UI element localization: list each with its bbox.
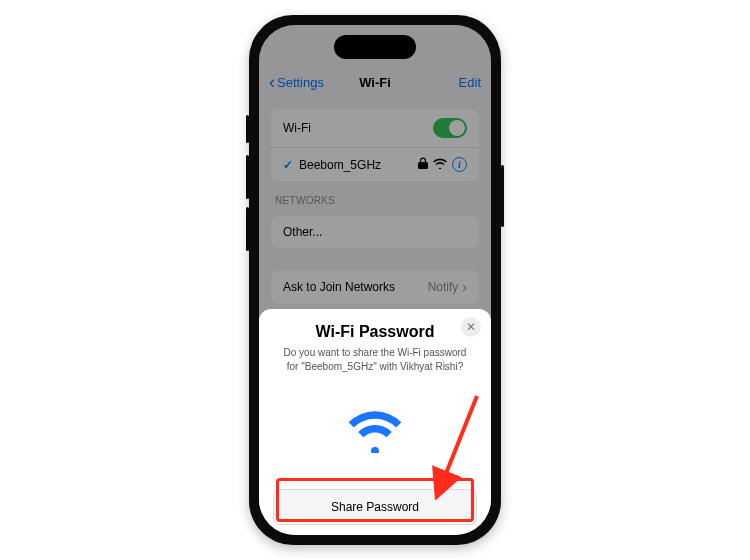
wifi-illustration <box>273 373 477 489</box>
share-password-sheet: ✕ Wi-Fi Password Do you want to share th… <box>259 309 491 535</box>
sheet-title: Wi-Fi Password <box>273 323 477 341</box>
side-button <box>246 115 249 143</box>
wifi-large-icon <box>347 409 403 453</box>
share-password-button[interactable]: Share Password <box>273 489 477 525</box>
power-button <box>501 165 504 227</box>
iphone-frame: ‹ Settings Wi-Fi Edit Wi-Fi ✓ Beebom_5GH… <box>249 15 501 545</box>
share-button-label: Share Password <box>331 500 419 514</box>
dynamic-island <box>334 35 416 59</box>
screen: ‹ Settings Wi-Fi Edit Wi-Fi ✓ Beebom_5GH… <box>259 25 491 535</box>
volume-down-button <box>246 207 249 251</box>
volume-up-button <box>246 155 249 199</box>
close-icon: ✕ <box>466 321 476 333</box>
sheet-message: Do you want to share the Wi-Fi password … <box>273 346 477 373</box>
close-button[interactable]: ✕ <box>461 317 481 337</box>
